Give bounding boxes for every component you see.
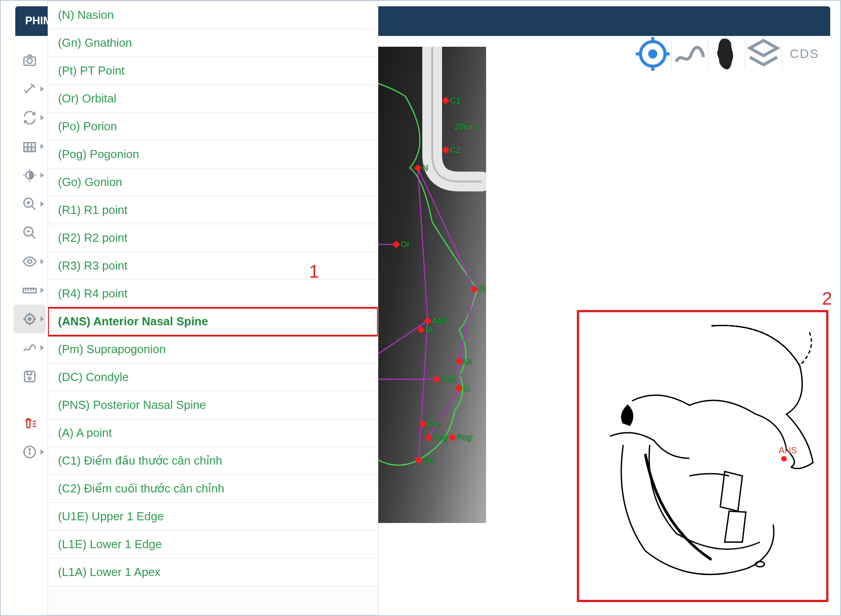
ceph-label-C1: C1	[450, 96, 460, 106]
callout-2: 2	[822, 288, 832, 309]
ruler-icon[interactable]	[13, 276, 46, 305]
eye-icon[interactable]	[13, 247, 46, 276]
submenu-indicator-icon	[40, 288, 44, 293]
wand-icon[interactable]	[13, 75, 46, 103]
landmark-item[interactable]: (L1E) Lower 1 Edge	[48, 531, 378, 558]
landmark-item[interactable]: (R1) R1 point	[48, 196, 378, 224]
svg-point-33	[28, 318, 31, 320]
grid-icon[interactable]	[13, 132, 46, 161]
landmark-item[interactable]: (R4) R4 point	[48, 280, 378, 308]
toolbar-spacer	[13, 391, 46, 409]
reference-sketch: ANS	[577, 310, 828, 602]
landmark-item[interactable]: (R2) R2 point	[48, 224, 378, 252]
ceph-label-Pog': Pog'	[457, 433, 473, 443]
submenu-indicator-icon	[40, 449, 44, 455]
zoom-in-icon[interactable]	[13, 190, 46, 218]
svg-point-55	[756, 562, 765, 567]
rotate-icon[interactable]	[13, 103, 46, 132]
silhouette-icon[interactable]	[708, 39, 745, 69]
landmark-item[interactable]: (Gn) Gnathion	[48, 29, 378, 57]
svg-point-39	[28, 377, 31, 380]
sketch-ans-label: ANS	[779, 445, 797, 456]
svg-rect-13	[24, 149, 35, 152]
viewer-toolbar: CDS	[634, 39, 827, 69]
left-toolbar	[13, 46, 46, 466]
ceph-label-20mm: 20mm	[455, 122, 477, 132]
delete-icon[interactable]	[13, 409, 46, 438]
landmark-list[interactable]: (N) Nasion(Gn) Gnathion(Pt) PT Point(Or)…	[48, 1, 378, 615]
submenu-indicator-icon	[40, 144, 44, 149]
submenu-indicator-icon	[40, 259, 44, 264]
landmark-item[interactable]: (PNS) Posterior Nasal Spine	[48, 391, 378, 419]
svg-line-48	[459, 289, 474, 361]
layers-icon[interactable]	[745, 39, 782, 69]
landmark-item[interactable]: (L1A) Lower 1 Apex	[48, 558, 378, 586]
submenu-indicator-icon	[40, 115, 44, 120]
ceph-label-Pm: Pm	[428, 420, 440, 429]
landmark-item[interactable]: (ANS) Anterior Nasal Spine	[48, 308, 378, 336]
ceph-label-ANS: ANS	[432, 316, 449, 326]
landmark-item[interactable]: (N) Nasion	[48, 1, 378, 29]
svg-point-1	[650, 51, 656, 57]
landmark-item[interactable]: (Pt) PT Point	[48, 57, 378, 85]
ceph-label-IA: IA	[425, 325, 433, 335]
landmark-item[interactable]: (U1E) Upper 1 Edge	[48, 503, 378, 531]
landmark-item[interactable]: (DC) Condyle	[48, 363, 378, 391]
submenu-indicator-icon	[40, 173, 44, 178]
info-icon[interactable]	[13, 438, 46, 466]
submenu-indicator-icon	[40, 201, 44, 207]
landmark-item[interactable]: (R3) R3 point	[48, 252, 378, 280]
xray-image: NOrANSPrnLsLiPmPogPog'GnC1C220mmU1EIA	[378, 47, 486, 523]
landmark-item[interactable]: (Pm) Suprapogonion	[48, 336, 378, 363]
camera-icon[interactable]	[13, 46, 46, 75]
landmark-item[interactable]: (A) A point	[48, 419, 378, 447]
cds-button[interactable]: CDS	[782, 39, 827, 69]
save-icon[interactable]	[13, 362, 46, 391]
submenu-indicator-icon	[40, 316, 44, 322]
landmark-item[interactable]: (Or) Orbital	[48, 85, 378, 113]
svg-line-50	[429, 388, 459, 438]
landmark-item[interactable]: (C2) Điểm cuối thước cân chỉnh	[48, 475, 378, 503]
submenu-indicator-icon	[40, 345, 44, 350]
ceph-label-C2: C2	[450, 146, 460, 155]
landmark-dropdown: (N) Nasion(Gn) Gnathion(Pt) PT Point(Or)…	[48, 1, 378, 615]
ceph-label-U1E: U1E	[441, 375, 457, 384]
target-tool-icon[interactable]	[13, 305, 46, 333]
ceph-label-Li: Li	[464, 384, 470, 393]
svg-line-46	[418, 168, 428, 321]
ceph-label-N: N	[422, 164, 428, 173]
brightness-icon[interactable]	[13, 161, 46, 190]
scribble-icon[interactable]	[671, 39, 708, 69]
svg-line-24	[31, 235, 35, 239]
svg-line-47	[418, 168, 474, 289]
scribble-tool-icon[interactable]	[13, 333, 46, 362]
ceph-label-Or: Or	[401, 240, 410, 249]
submenu-indicator-icon	[40, 86, 44, 92]
ceph-label-Ls: Ls	[464, 357, 472, 366]
svg-point-45	[29, 449, 31, 450]
svg-point-8	[27, 58, 32, 63]
callout-1: 1	[309, 261, 319, 282]
svg-marker-6	[750, 40, 777, 56]
ceph-label-Prn: Prn	[479, 285, 486, 294]
landmark-item[interactable]: (Pog) Pogonion	[48, 141, 378, 168]
landmark-item[interactable]: (Go) Gonion	[48, 168, 378, 196]
ceph-label-Gn: Gn	[423, 456, 434, 465]
zoom-out-icon[interactable]	[13, 218, 46, 247]
landmark-item[interactable]: (C1) Điểm đầu thước cân chỉnh	[48, 447, 378, 475]
target-icon[interactable]	[634, 39, 671, 69]
ceph-label-Pog: Pog	[433, 433, 447, 443]
landmark-item[interactable]: (Po) Porion	[48, 113, 378, 141]
svg-point-26	[28, 260, 32, 264]
sketch-ans-point	[781, 456, 787, 461]
svg-line-20	[31, 206, 35, 210]
